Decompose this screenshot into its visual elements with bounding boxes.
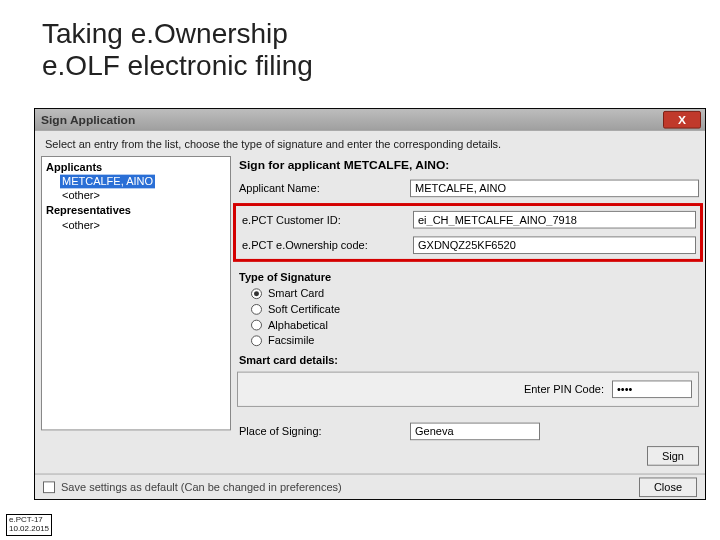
- ownership-code-field[interactable]: [413, 236, 696, 254]
- applicant-name-label: Applicant Name:: [237, 182, 402, 194]
- dialog-window: Sign Application X Select an entry from …: [34, 108, 706, 500]
- radio-soft-cert[interactable]: Soft Certificate: [237, 303, 699, 315]
- window-title: Sign Application: [41, 112, 135, 126]
- footer-date: 10.02.2015: [9, 525, 49, 534]
- customer-id-row: e.PCT Customer ID:: [240, 209, 696, 231]
- place-row: Place of Signing:: [237, 423, 699, 441]
- save-default-row[interactable]: Save settings as default (Can be changed…: [43, 481, 342, 493]
- radio-alphabetical[interactable]: Alphabetical: [237, 319, 699, 331]
- left-panel: Applicants METCALFE, AINO <other> Repres…: [41, 156, 231, 460]
- sign-heading: Sign for applicant METCALFE, AINO:: [237, 156, 699, 176]
- party-tree[interactable]: Applicants METCALFE, AINO <other> Repres…: [41, 156, 231, 430]
- applicants-header: Applicants: [46, 161, 226, 173]
- highlight-region: e.PCT Customer ID: e.PCT e.Ownership cod…: [233, 203, 703, 262]
- place-field[interactable]: [410, 423, 540, 441]
- customer-id-field[interactable]: [413, 211, 696, 229]
- title-line-2: e.OLF electronic filing: [42, 50, 720, 82]
- tree-item-applicant[interactable]: METCALFE, AINO: [60, 175, 155, 189]
- radio-icon: [251, 319, 262, 330]
- radio-smart-card[interactable]: Smart Card: [237, 287, 699, 299]
- ownership-code-row: e.PCT e.Ownership code:: [240, 234, 696, 256]
- customer-id-label: e.PCT Customer ID:: [240, 214, 405, 226]
- smart-card-details: Enter PIN Code:: [237, 372, 699, 407]
- radio-label: Smart Card: [268, 287, 324, 299]
- titlebar: Sign Application X: [35, 109, 705, 131]
- type-label: Type of Signature: [237, 268, 699, 284]
- applicant-name-row: Applicant Name:: [237, 180, 699, 198]
- tree-item-other[interactable]: <other>: [60, 188, 226, 202]
- right-panel: Sign for applicant METCALFE, AINO: Appli…: [237, 156, 699, 460]
- radio-label: Soft Certificate: [268, 303, 340, 315]
- close-icon[interactable]: X: [663, 111, 701, 129]
- tree-item-other-rep[interactable]: <other>: [60, 218, 226, 232]
- instruction-text: Select an entry from the list, choose th…: [35, 131, 705, 156]
- radio-icon: [251, 335, 262, 346]
- slide-title: Taking e.Ownership e.OLF electronic fili…: [0, 0, 720, 82]
- ownership-code-label: e.PCT e.Ownership code:: [240, 239, 405, 251]
- representatives-header: Representatives: [46, 204, 226, 216]
- bottom-bar: Save settings as default (Can be changed…: [35, 474, 705, 499]
- applicant-name-field[interactable]: [410, 180, 699, 198]
- radio-icon: [251, 304, 262, 315]
- details-label: Smart card details:: [237, 350, 699, 366]
- radio-label: Alphabetical: [268, 319, 328, 331]
- save-default-label: Save settings as default (Can be changed…: [61, 481, 342, 493]
- pin-label: Enter PIN Code:: [524, 383, 604, 395]
- checkbox-icon[interactable]: [43, 481, 55, 493]
- radio-icon: [251, 288, 262, 299]
- slide-footer: e.PCT-17 10.02.2015: [6, 514, 52, 536]
- radio-facsimile[interactable]: Facsimile: [237, 334, 699, 346]
- place-label: Place of Signing:: [237, 426, 402, 438]
- close-button[interactable]: Close: [639, 477, 697, 497]
- title-line-1: Taking e.Ownership: [42, 18, 720, 50]
- sign-button[interactable]: Sign: [647, 446, 699, 466]
- radio-label: Facsimile: [268, 334, 314, 346]
- pin-field[interactable]: [612, 380, 692, 398]
